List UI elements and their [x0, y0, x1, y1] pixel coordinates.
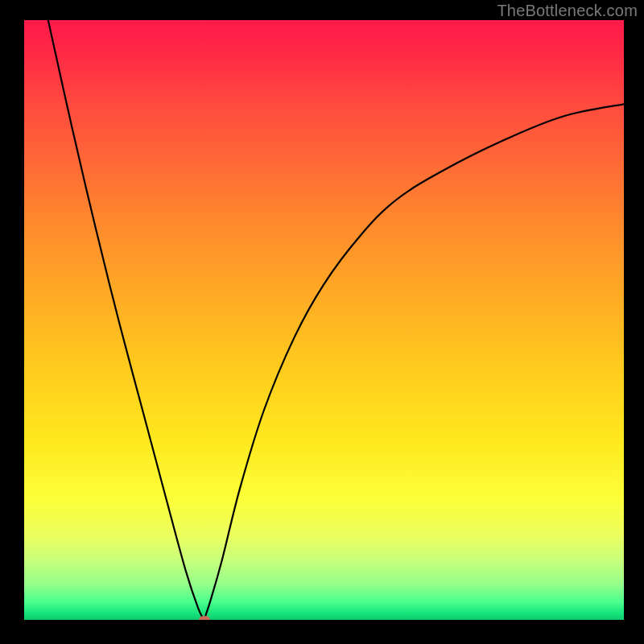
- plot-area: [24, 20, 624, 620]
- curve-svg: [24, 20, 624, 620]
- minimum-marker: [199, 616, 210, 620]
- watermark-text: TheBottleneck.com: [497, 2, 638, 20]
- left-branch-path: [48, 20, 204, 620]
- right-branch-path: [204, 104, 625, 620]
- chart-container: TheBottleneck.com: [0, 0, 644, 644]
